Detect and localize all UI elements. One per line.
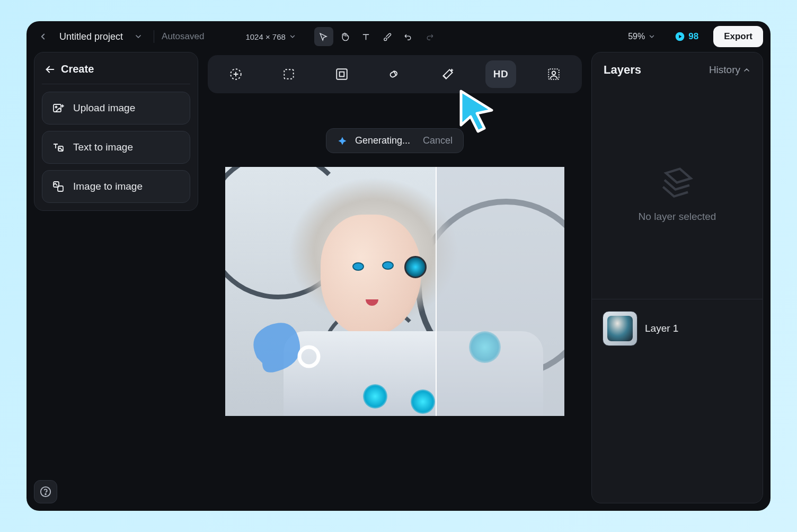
main-area: Create Upload image Text to image Image …: [26, 52, 771, 511]
empty-layers-icon: [660, 164, 694, 198]
image-to-image-icon: [52, 180, 65, 193]
layer-thumbnail: [603, 311, 637, 346]
create-title: Create: [61, 63, 94, 75]
create-header[interactable]: Create: [42, 60, 190, 84]
svg-point-5: [56, 107, 57, 108]
app-window: Untitled project Autosaved 1024 × 768: [26, 21, 771, 511]
eraser-tool[interactable]: [379, 60, 410, 88]
create-card: Create Upload image Text to image Image …: [34, 52, 198, 211]
project-title[interactable]: Untitled project: [56, 31, 126, 42]
back-arrow-icon: [44, 64, 56, 75]
topbar: Untitled project Autosaved 1024 × 768: [26, 21, 771, 52]
left-panel: Create Upload image Text to image Image …: [34, 52, 198, 503]
select-tool[interactable]: [314, 27, 333, 46]
layers-title: Layers: [604, 63, 641, 77]
credits-icon: [675, 31, 685, 42]
text-tool[interactable]: [357, 27, 376, 46]
annotation-scribble-icon: [241, 299, 331, 395]
remove-bg-tool[interactable]: [538, 60, 569, 88]
tool-group: [314, 27, 439, 46]
text-to-image-label: Text to image: [73, 141, 133, 153]
image-to-image-label: Image to image: [73, 181, 143, 192]
generating-label: Generating...: [355, 135, 410, 146]
hand-tool[interactable]: [335, 27, 355, 46]
crop-icon: [282, 67, 296, 81]
center-area: HD Generating... Cancel: [208, 52, 582, 503]
cursor-pointer-icon: [456, 87, 500, 135]
chevron-left-icon: [38, 32, 48, 41]
magic-tool[interactable]: [432, 60, 463, 88]
svg-point-17: [299, 347, 318, 366]
demo-cursor: [456, 87, 500, 135]
cancel-button[interactable]: Cancel: [423, 135, 453, 146]
svg-point-16: [552, 72, 556, 75]
autosaved-label: Autosaved: [162, 31, 204, 42]
history-toggle[interactable]: History: [709, 64, 751, 76]
remove-bg-icon: [547, 67, 561, 81]
upload-image-icon: [52, 102, 65, 114]
right-panel-header: Layers History: [592, 52, 763, 87]
sparkle-brush-icon: [229, 67, 243, 81]
upload-image-option[interactable]: Upload image: [42, 92, 190, 125]
brush-tool[interactable]: [378, 27, 397, 46]
chevron-down-icon: [134, 32, 143, 41]
image-to-image-option[interactable]: Image to image: [42, 170, 190, 203]
text-icon: [361, 32, 370, 41]
back-button[interactable]: [34, 28, 52, 46]
redo-button[interactable]: [420, 27, 439, 46]
undo-icon: [404, 32, 413, 41]
hd-label: HD: [493, 68, 508, 80]
magic-wand-icon: [441, 67, 455, 81]
canvas-compare-overlay: [436, 167, 564, 416]
canvas-split-handle[interactable]: [436, 167, 437, 416]
cursor-icon: [319, 32, 328, 41]
undo-button[interactable]: [399, 27, 418, 46]
text-to-image-option[interactable]: Text to image: [42, 131, 190, 164]
eraser-icon: [388, 67, 402, 81]
crop-tool[interactable]: [273, 60, 304, 88]
divider: [154, 30, 154, 43]
brush-icon: [383, 32, 392, 41]
frame-icon: [335, 67, 349, 81]
hand-icon: [340, 32, 349, 41]
layer-list: Layer 1: [592, 299, 763, 358]
layer-row[interactable]: Layer 1: [600, 308, 754, 349]
layer-name: Layer 1: [645, 323, 678, 334]
frame-tool[interactable]: [326, 60, 357, 88]
right-panel: Layers History No layer selected Layer 1: [591, 52, 763, 503]
redo-icon: [425, 32, 434, 41]
zoom-control[interactable]: 59%: [628, 32, 656, 41]
zoom-value: 59%: [628, 32, 645, 41]
edit-tool-strip: HD: [208, 55, 582, 93]
chevron-up-icon: [742, 66, 751, 74]
canvas-dimensions[interactable]: 1024 × 768: [245, 32, 296, 41]
text-to-image-icon: [52, 141, 65, 154]
credits-value: 98: [688, 31, 698, 42]
no-layer-text: No layer selected: [639, 211, 716, 223]
canvas[interactable]: [225, 167, 564, 416]
credits-badge[interactable]: 98: [669, 28, 704, 45]
svg-point-19: [45, 494, 46, 495]
dimensions-text: 1024 × 768: [245, 32, 286, 41]
svg-rect-10: [284, 69, 293, 78]
project-menu-button[interactable]: [130, 29, 146, 45]
spinner-icon: [337, 136, 348, 146]
no-layer-placeholder: No layer selected: [592, 87, 763, 299]
expand-tool[interactable]: [220, 60, 251, 88]
svg-rect-12: [340, 72, 344, 77]
generating-status: Generating... Cancel: [326, 128, 464, 153]
svg-rect-11: [336, 69, 347, 79]
history-label: History: [709, 64, 740, 76]
help-button[interactable]: [34, 480, 57, 503]
chevron-down-icon: [289, 33, 296, 40]
help-icon: [40, 486, 51, 498]
chevron-down-icon: [648, 33, 656, 40]
export-button[interactable]: Export: [713, 26, 763, 47]
upload-image-label: Upload image: [73, 102, 135, 114]
hd-upscale-tool[interactable]: HD: [485, 60, 516, 88]
